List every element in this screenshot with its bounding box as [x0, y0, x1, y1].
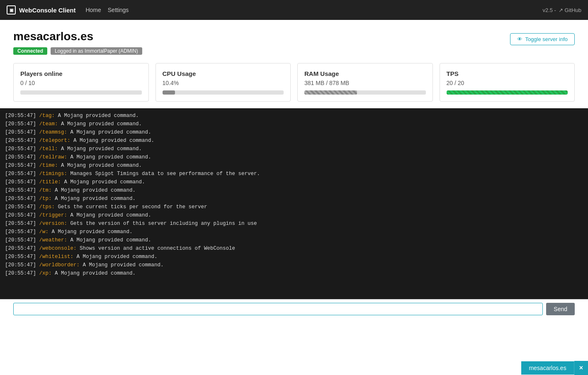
- console-line: [20:55:47] /xp: A Mojang provided comman…: [5, 269, 583, 278]
- send-button[interactable]: Send: [546, 303, 575, 315]
- brand: ▣ WebConsole Client: [7, 5, 75, 15]
- tps-progress-bg: [447, 90, 568, 95]
- logged-badge: Logged in as ImmortalPaper (ADMIN): [51, 47, 142, 55]
- console-line: [20:55:47] /tm: A Mojang provided comman…: [5, 186, 583, 195]
- console-line: [20:55:47] /w: A Mojang provided command…: [5, 228, 583, 236]
- stat-card-players: Players online 0 / 10: [13, 63, 149, 102]
- nav-settings[interactable]: Settings: [108, 7, 129, 13]
- cpu-progress-bg: [163, 90, 284, 95]
- server-title: mesacarlos.es: [13, 30, 142, 43]
- tps-progress-fill: [447, 90, 568, 95]
- github-link[interactable]: ↗ GitHub: [559, 7, 581, 13]
- bottom-tab-close-0[interactable]: ×: [574, 361, 588, 375]
- cpu-progress-fill: [163, 90, 175, 95]
- console-line: [20:55:47] /tag: A Mojang provided comma…: [5, 112, 583, 120]
- tps-title: TPS: [447, 70, 568, 77]
- players-progress-bg: [20, 90, 142, 95]
- console-line: [20:55:47] /tell: A Mojang provided comm…: [5, 145, 583, 153]
- players-value: 0 / 10: [20, 80, 142, 86]
- ram-title: RAM Usage: [304, 70, 426, 77]
- console-line: [20:55:47] /weather: A Mojang provided c…: [5, 236, 583, 244]
- badge-row: Connected Logged in as ImmortalPaper (AD…: [13, 47, 142, 55]
- console-line: [20:55:47] /timings: Manages Spigot Timi…: [5, 170, 583, 178]
- connected-badge: Connected: [13, 47, 47, 55]
- stat-card-cpu: CPU Usage 10.4%: [156, 63, 291, 102]
- toggle-btn-label: Toggle server info: [525, 36, 568, 42]
- nav-home[interactable]: Home: [85, 7, 101, 13]
- ram-progress-fill: [304, 90, 357, 95]
- tps-value: 20 / 20: [447, 80, 568, 86]
- console-line: [20:55:47] /webconsole: Shows version an…: [5, 244, 583, 253]
- console-line: [20:55:47] /title: A Mojang provided com…: [5, 178, 583, 186]
- console-line: [20:55:47] /trigger: A Mojang provided c…: [5, 211, 583, 219]
- console-line: [20:55:47] /teleport: A Mojang provided …: [5, 136, 583, 145]
- page-content: mesacarlos.es Connected Logged in as Imm…: [0, 20, 588, 108]
- cpu-value: 10.4%: [163, 80, 284, 86]
- ram-value: 381 MB / 878 MB: [304, 80, 426, 86]
- navbar-right: v2.5 - ↗ GitHub: [542, 7, 581, 13]
- ram-progress-bg: [304, 90, 426, 95]
- console-line: [20:55:47] /tps: Gets the current ticks …: [5, 203, 583, 211]
- eye-icon: 👁: [517, 36, 522, 42]
- bottom-tabs: mesacarlos.es ×: [521, 361, 588, 375]
- console-output[interactable]: [20:55:47] /tag: A Mojang provided comma…: [0, 108, 588, 299]
- console-line: [20:55:47] /whitelist: A Mojang provided…: [5, 253, 583, 261]
- toggle-server-info-button[interactable]: 👁 Toggle server info: [510, 33, 575, 45]
- console-input-row: Send: [0, 299, 588, 319]
- nav-links: Home Settings: [85, 7, 129, 13]
- console-line: [20:55:47] /time: A Mojang provided comm…: [5, 161, 583, 170]
- navbar: ▣ WebConsole Client Home Settings v2.5 -…: [0, 0, 588, 20]
- stat-card-tps: TPS 20 / 20: [440, 63, 575, 102]
- console-input[interactable]: [13, 303, 543, 315]
- bottom-tab-0[interactable]: mesacarlos.es: [521, 361, 574, 375]
- version-label: v2.5 -: [542, 7, 556, 13]
- brand-icon: ▣: [7, 5, 16, 15]
- cpu-title: CPU Usage: [163, 70, 284, 77]
- console-line: [20:55:47] /teammsg: A Mojang provided c…: [5, 128, 583, 136]
- console-line: [20:55:47] /tellraw: A Mojang provided c…: [5, 153, 583, 161]
- brand-label: WebConsole Client: [19, 7, 75, 14]
- console-wrapper: [20:55:47] /tag: A Mojang provided comma…: [0, 108, 588, 299]
- players-title: Players online: [20, 70, 142, 77]
- console-line: [20:55:47] /version: Gets the version of…: [5, 219, 583, 228]
- stat-card-ram: RAM Usage 381 MB / 878 MB: [297, 63, 433, 102]
- console-line: [20:55:47] /tp: A Mojang provided comman…: [5, 195, 583, 203]
- badges: Connected Logged in as ImmortalPaper (AD…: [13, 47, 142, 55]
- console-line: [20:55:47] /worldborder: A Mojang provid…: [5, 261, 583, 269]
- console-line: [20:55:47] /team: A Mojang provided comm…: [5, 120, 583, 128]
- stats-row: Players online 0 / 10 CPU Usage 10.4% RA…: [13, 63, 575, 108]
